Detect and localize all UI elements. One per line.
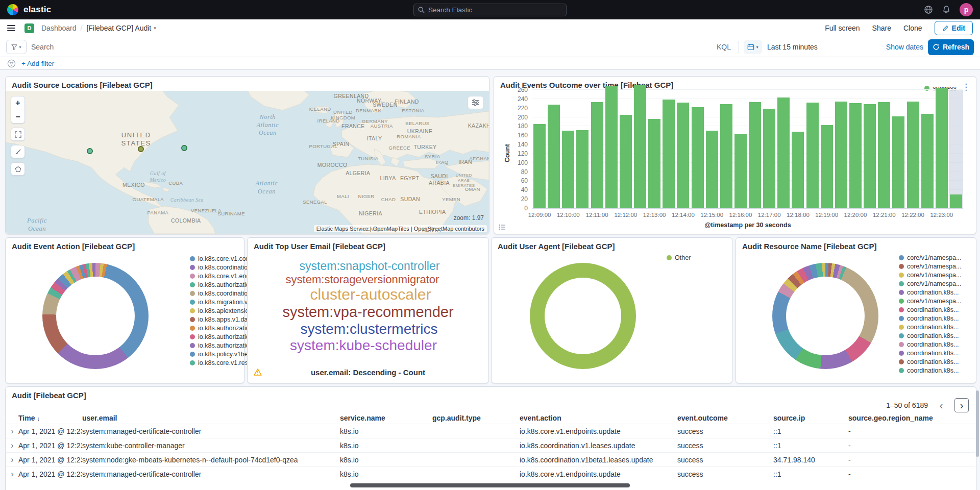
legend-item[interactable]: coordination.k8s... xyxy=(899,288,961,297)
legend-dot xyxy=(924,86,929,91)
legend-dot-icon xyxy=(190,334,195,339)
y-tick-label: 200 xyxy=(518,114,528,121)
panel-audit-top-user-email: Audit Top User Email [Filebeat GCP] syst… xyxy=(247,237,489,383)
tag-cloud: system:snapshot-controllersystem:storage… xyxy=(248,259,488,354)
layer-settings-button[interactable] xyxy=(468,96,484,109)
add-filter-button[interactable]: + Add filter xyxy=(21,60,54,67)
column-header[interactable]: service.name xyxy=(340,414,432,422)
time-range-label[interactable]: Last 15 minutes xyxy=(767,43,818,51)
legend-item[interactable]: coordination.k8s... xyxy=(899,323,961,331)
chevron-down-icon[interactable]: ▾ xyxy=(154,26,156,31)
tag-cloud-word[interactable]: system:snapshot-controller xyxy=(300,259,440,273)
query-language-button[interactable]: KQL xyxy=(714,43,734,51)
column-header[interactable]: source.ip xyxy=(773,414,848,422)
elastic-logo-icon[interactable] xyxy=(7,4,18,15)
tag-cloud-word[interactable]: cluster-autoscaler xyxy=(310,286,431,304)
legend-item[interactable]: core/v1/namespa... xyxy=(899,271,961,279)
event-action-donut[interactable] xyxy=(42,263,149,369)
table-row[interactable]: ›Apr 1, 2021 @ 12:23:37.494system:manage… xyxy=(6,424,975,438)
filter-manage-icon[interactable] xyxy=(7,59,16,68)
tag-cloud-word[interactable]: system:kube-scheduler xyxy=(290,337,437,354)
world-map[interactable]: + − zoom: 1.97 Elastic Maps Service | Op… xyxy=(6,91,489,234)
tag-cloud-word[interactable]: system:storageversionmigrator xyxy=(286,273,439,286)
vertical-scrollbar[interactable] xyxy=(976,390,979,457)
show-dates-button[interactable]: Show dates xyxy=(886,43,923,51)
legend-item[interactable]: coordination.k8s... xyxy=(899,305,961,314)
column-header[interactable]: event.outcome xyxy=(677,414,773,422)
bell-icon[interactable] xyxy=(942,5,951,14)
legend-item[interactable]: core/v1/namespa... xyxy=(899,279,961,288)
expand-row-button[interactable]: › xyxy=(6,455,18,464)
legend-item[interactable]: Other xyxy=(667,253,691,262)
legend-item[interactable]: coordination.k8s... xyxy=(899,349,961,357)
column-header[interactable]: Time↓ xyxy=(18,414,82,422)
draw-tool-button[interactable] xyxy=(11,162,25,176)
y-tick-label: 240 xyxy=(518,95,528,103)
expand-row-button[interactable]: › xyxy=(6,427,18,436)
breadcrumb-dashboard[interactable]: Dashboard xyxy=(41,24,77,32)
zoom-in-button[interactable]: + xyxy=(11,96,24,110)
calendar-button[interactable]: ▾ xyxy=(744,40,762,54)
globe-icon[interactable] xyxy=(924,5,933,14)
search-icon xyxy=(418,7,425,13)
full-screen-button[interactable]: Full screen xyxy=(825,24,860,32)
breadcrumb-current[interactable]: [Filebeat GCP] Audit xyxy=(86,24,151,32)
map-marker[interactable] xyxy=(87,148,93,154)
y-tick-label: 140 xyxy=(518,141,528,148)
refresh-button[interactable]: Refresh xyxy=(928,39,974,55)
user-agent-donut[interactable] xyxy=(530,263,636,369)
bar xyxy=(591,102,603,208)
dashboard-app-badge[interactable]: D xyxy=(24,23,34,33)
legend-dot-icon xyxy=(899,255,904,260)
panel-audit-resource-name: Audit Resource Name [Filebeat GCP] core/… xyxy=(736,237,976,383)
global-search-input[interactable] xyxy=(428,6,562,14)
fit-to-data-button[interactable] xyxy=(11,128,25,141)
share-button[interactable]: Share xyxy=(872,24,891,32)
user-avatar[interactable]: p xyxy=(960,3,973,16)
measure-tool-button[interactable] xyxy=(11,145,25,158)
horizontal-scrollbar[interactable] xyxy=(350,483,630,487)
expand-row-button[interactable]: › xyxy=(6,441,18,450)
zoom-out-button[interactable]: − xyxy=(11,110,24,123)
legend-item[interactable]: coordination.k8s... xyxy=(899,357,961,366)
panel-title: Audit Event Action [Filebeat GCP] xyxy=(6,238,244,251)
table-row[interactable]: ›Apr 1, 2021 @ 12:23:35.855system:kube-c… xyxy=(6,438,975,452)
resource-name-donut[interactable] xyxy=(772,263,878,369)
global-search[interactable] xyxy=(413,4,567,16)
saved-query-button[interactable]: ▾ xyxy=(6,40,27,54)
table-row[interactable]: ›Apr 1, 2021 @ 12:23:35.500system:node:g… xyxy=(6,452,975,467)
map-marker[interactable] xyxy=(138,146,144,152)
map-attribution[interactable]: Elastic Maps Service | OpenMapTiles | Op… xyxy=(314,225,487,232)
menu-icon[interactable] xyxy=(7,25,15,31)
legend-item[interactable]: coordination.k8s... xyxy=(899,340,961,349)
edit-button[interactable]: Edit xyxy=(935,21,973,35)
global-header: elastic p xyxy=(0,0,980,19)
tag-cloud-word[interactable]: system:vpa-recommender xyxy=(282,304,453,321)
legend-item[interactable]: core/v1/namespa... xyxy=(899,262,961,271)
expand-row-button[interactable]: › xyxy=(6,470,18,479)
y-tick-label: 80 xyxy=(521,168,528,176)
table-cell: k8s.io xyxy=(340,442,432,450)
legend-toggle-icon[interactable] xyxy=(499,224,506,230)
search-query-input[interactable] xyxy=(31,43,709,51)
map-marker[interactable] xyxy=(181,145,187,151)
legend-item[interactable]: core/v1/namespa... xyxy=(899,297,961,305)
column-header[interactable]: user.email xyxy=(82,414,340,422)
column-header[interactable]: event.action xyxy=(520,414,677,422)
legend-item[interactable]: core/v1/namespa... xyxy=(899,253,961,262)
tag-cloud-word[interactable]: system:clustermetrics xyxy=(300,321,437,337)
next-page-button[interactable]: › xyxy=(954,398,969,412)
legend-item[interactable]: coordination.k8s... xyxy=(899,366,961,375)
legend-dot-icon xyxy=(899,368,904,373)
legend-item[interactable]: coordination.k8s... xyxy=(899,314,961,323)
refresh-icon xyxy=(933,43,940,51)
y-tick-label: 100 xyxy=(518,159,528,166)
previous-page-button[interactable]: ‹ xyxy=(934,398,948,412)
y-tick-label: 40 xyxy=(521,186,528,193)
column-header[interactable]: source.geo.region_name xyxy=(848,414,975,422)
clone-button[interactable]: Clone xyxy=(903,24,922,32)
panel-title: Audit Resource Name [Filebeat GCP] xyxy=(736,238,976,251)
table-row[interactable]: ›Apr 1, 2021 @ 12:23:35.486system:manage… xyxy=(6,467,975,481)
legend-item[interactable]: coordination.k8s... xyxy=(899,331,961,340)
column-header[interactable]: gcp.audit.type xyxy=(432,414,520,422)
